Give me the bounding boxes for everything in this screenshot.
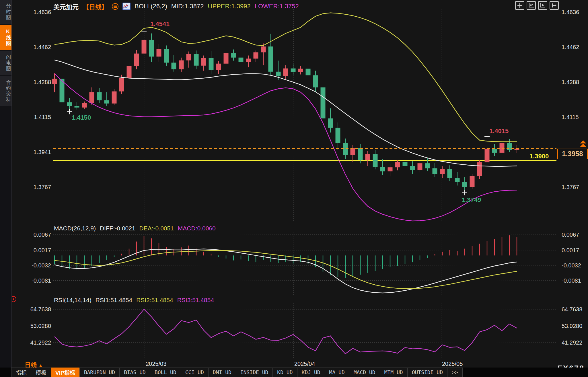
scroll-latest-icon (580, 140, 586, 143)
rsi-line (54, 309, 517, 354)
tab-boll-ud[interactable]: BOLL_UD (150, 368, 181, 377)
indicator-tabbar: 指标模板VIP指标BARUPDN_UDBIAS_UDBOLL_UDCCI_UDD… (0, 368, 588, 377)
chart-toolbar (515, 1, 559, 10)
candle (52, 79, 57, 84)
axis-tick: 1.3767 (562, 184, 579, 190)
tab-inside-ud[interactable]: INSIDE_UD (236, 368, 273, 377)
price-annotation: 1.4150 (72, 114, 91, 121)
tab-kdj-ud[interactable]: KDJ_UD (297, 368, 325, 377)
axis-tick: -0.0081 (562, 277, 581, 284)
mini-chart-icon[interactable] (122, 3, 131, 10)
price-annotation: 1.4015 (489, 127, 509, 135)
axis-tick: 41.2922 (562, 339, 582, 346)
candle (261, 46, 266, 52)
tab-mtm-ud[interactable]: MTM_UD (380, 368, 408, 377)
candle (134, 54, 139, 66)
candle (365, 154, 370, 160)
candle (447, 169, 452, 178)
tab-barupdn-ud[interactable]: BARUPDN_UD (79, 368, 120, 377)
macd-header: MACD(26,12,9) DIFF:-0.0021 DEA:-0.0051 M… (54, 225, 216, 232)
rsi2-value: RSI2:51.4854 (136, 297, 173, 304)
tab-cci-ud[interactable]: CCI_UD (181, 368, 209, 377)
candle (119, 78, 124, 91)
last-price-value: 1.3958 (562, 150, 583, 158)
boll-mid-value: MID:1.3872 (171, 3, 204, 10)
tab-bias-ud[interactable]: BIAS_UD (119, 368, 150, 377)
axis-tick: 0.0067 (34, 232, 51, 238)
candle (418, 163, 422, 170)
axis-tick: 41.2922 (30, 339, 51, 346)
tab-vip-indicators[interactable]: VIP指标 (51, 368, 80, 377)
axis-tick: 1.4462 (562, 44, 579, 50)
macd-macd-value: MACD:0.0060 (178, 225, 216, 232)
symbol-title: 美元加元 (53, 2, 79, 11)
candle (500, 143, 505, 153)
candle (127, 66, 132, 78)
axis-tick: 1.4636 (34, 9, 51, 15)
candle (306, 69, 311, 75)
chart-canvas[interactable]: 1.46361.46361.44621.44621.42881.42881.41… (0, 0, 588, 377)
tab-more[interactable]: >> (447, 368, 463, 377)
candle (164, 49, 169, 63)
tab-dmi-ud[interactable]: DMI_UD (208, 368, 236, 377)
candle (395, 162, 400, 167)
collapse-right-icon[interactable] (550, 1, 559, 10)
tab-kd-ud[interactable]: KD_UD (272, 368, 297, 377)
candle (112, 92, 117, 104)
support-level-label: 1.3900 (529, 153, 549, 160)
tab-outside-ud[interactable]: OUTSIDE_UD (407, 368, 447, 377)
candle (89, 92, 94, 103)
axis-tick: 64.7638 (30, 306, 51, 312)
sidebar-item-kline-chart[interactable]: K线图 (0, 25, 11, 50)
candle (268, 46, 273, 72)
axis-tick: 0.0017 (34, 247, 51, 253)
candle (97, 92, 102, 100)
axis-tick: 0.0067 (562, 232, 579, 238)
chart-header: 美元加元 【日线】 BOLL(26,2) MID:1.3872 UPPER:1.… (53, 2, 299, 11)
candle (477, 162, 482, 176)
candle (313, 75, 318, 87)
axis-tick: 0.0017 (562, 247, 579, 253)
candle (492, 149, 497, 153)
axis-tick: 64.7638 (562, 306, 582, 312)
pan-crosshair-icon[interactable] (515, 1, 524, 10)
candle (470, 176, 475, 187)
axis-tick: 1.4288 (34, 79, 51, 85)
axis-tick: 1.3941 (34, 149, 51, 155)
macd-diff-value: DIFF:-0.0021 (100, 225, 135, 232)
app-window: 1.46361.46361.44621.44621.42881.42881.41… (0, 0, 588, 377)
axis-scale-icon[interactable] (527, 1, 536, 10)
tab-macd-ud[interactable]: MACD_UD (349, 368, 380, 377)
boll-lower-value: LOWER:1.3752 (255, 3, 299, 10)
tab-indicators[interactable]: 指标 (11, 368, 31, 377)
candle (380, 167, 385, 171)
candle (298, 69, 303, 72)
candle (239, 58, 244, 62)
candle (410, 166, 415, 170)
axis-tick: 1.4636 (562, 9, 579, 15)
axis-play-icon[interactable] (538, 1, 547, 10)
candle (373, 154, 378, 167)
axis-tick: 53.0280 (562, 323, 582, 329)
candle (194, 54, 199, 66)
menu-circle-icon[interactable] (112, 3, 118, 10)
candle (216, 64, 221, 70)
candle (283, 69, 288, 76)
sidebar-item-contract-info[interactable]: 合约资料 (0, 76, 11, 106)
scroll-latest-icon (580, 144, 586, 147)
boll-upper-value: UPPER:1.3992 (208, 3, 251, 10)
axis-tick: 1.4462 (34, 44, 51, 50)
tab-ma-ud[interactable]: MA_UD (325, 368, 349, 377)
axis-tick: -0.0081 (32, 277, 51, 284)
period-selector-label: 日线 (25, 362, 37, 368)
candle (276, 72, 281, 76)
axis-tick: -0.0032 (32, 262, 51, 269)
axis-tick: 1.3767 (34, 184, 51, 190)
axis-tick: 1.4115 (34, 114, 51, 120)
price-annotation: 1.4541 (150, 20, 170, 28)
axis-tick: 1.4115 (562, 114, 579, 120)
sidebar-item-lightning-chart[interactable]: 闪电图 (0, 51, 11, 75)
tab-templates[interactable]: 模板 (31, 368, 51, 377)
candle (75, 106, 79, 108)
sidebar-item-intraday-chart[interactable]: 分时图 (0, 0, 11, 24)
